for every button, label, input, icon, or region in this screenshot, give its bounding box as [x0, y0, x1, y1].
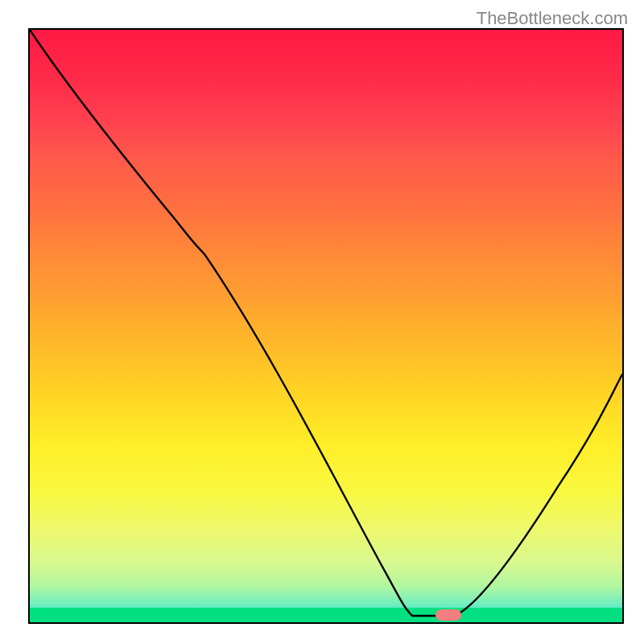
- watermark-text: TheBottleneck.com: [477, 8, 628, 29]
- optimal-marker: [436, 609, 461, 621]
- bottleneck-curve-path: [30, 30, 622, 616]
- line-series: [30, 30, 622, 622]
- plot-area: [28, 28, 624, 624]
- chart-container: TheBottleneck.com: [0, 0, 644, 644]
